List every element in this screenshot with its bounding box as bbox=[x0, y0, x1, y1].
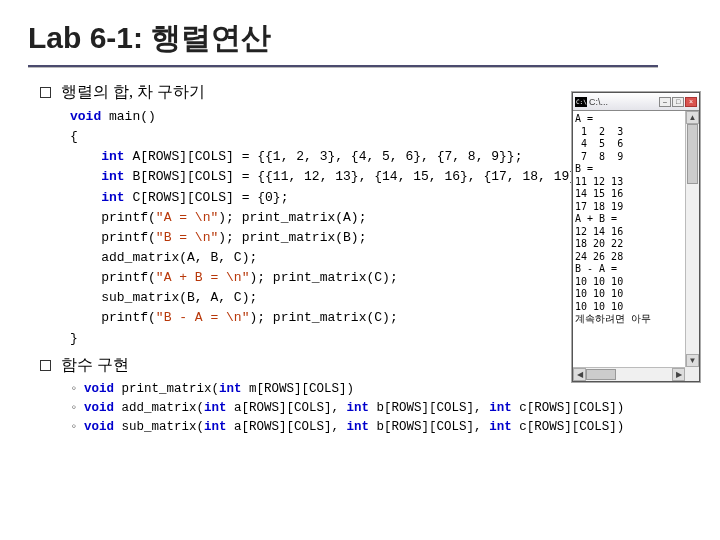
scroll-left-icon[interactable]: ◀ bbox=[573, 368, 586, 381]
scroll-track-h[interactable] bbox=[586, 368, 672, 381]
signature-1: ◦ void print_matrix(int m[ROWS][COLS]) bbox=[70, 380, 692, 399]
minimize-button[interactable]: – bbox=[659, 97, 671, 107]
circle-bullet-icon: ◦ bbox=[70, 380, 84, 399]
console-output: A = 1 2 3 4 5 6 7 8 9 B = 11 12 13 14 15… bbox=[573, 111, 685, 367]
bullet-text-1: 행렬의 합, 차 구하기 bbox=[61, 82, 205, 103]
circle-bullet-icon: ◦ bbox=[70, 399, 84, 418]
square-bullet-icon bbox=[40, 87, 51, 98]
console-titlebar[interactable]: C:\... – □ × bbox=[573, 93, 699, 111]
page-title: Lab 6-1: 행렬연산 bbox=[28, 18, 692, 59]
console-title: C:\... bbox=[589, 97, 657, 107]
signature-2: ◦ void add_matrix(int a[ROWS][COLS], int… bbox=[70, 399, 692, 418]
vertical-scrollbar[interactable]: ▲ ▼ bbox=[685, 111, 699, 367]
scroll-thumb-v[interactable] bbox=[687, 124, 698, 184]
scroll-thumb-h[interactable] bbox=[586, 369, 616, 380]
bullet-text-2: 함수 구현 bbox=[61, 355, 129, 376]
circle-bullet-icon: ◦ bbox=[70, 418, 84, 437]
scroll-track-v[interactable] bbox=[686, 124, 699, 354]
scroll-up-icon[interactable]: ▲ bbox=[686, 111, 699, 124]
signature-list: ◦ void print_matrix(int m[ROWS][COLS]) ◦… bbox=[70, 380, 692, 438]
maximize-button[interactable]: □ bbox=[672, 97, 684, 107]
scroll-down-icon[interactable]: ▼ bbox=[686, 354, 699, 367]
signature-3: ◦ void sub_matrix(int a[ROWS][COLS], int… bbox=[70, 418, 692, 437]
close-button[interactable]: × bbox=[685, 97, 697, 107]
title-underline bbox=[28, 65, 658, 68]
horizontal-scrollbar[interactable]: ◀ ▶ bbox=[573, 367, 685, 381]
console-window: C:\... – □ × A = 1 2 3 4 5 6 7 8 9 B = 1… bbox=[572, 92, 700, 382]
cmd-icon bbox=[575, 97, 587, 107]
kw-void: void bbox=[70, 109, 101, 124]
scrollbar-corner bbox=[685, 367, 699, 381]
scroll-right-icon[interactable]: ▶ bbox=[672, 368, 685, 381]
square-bullet-icon bbox=[40, 360, 51, 371]
